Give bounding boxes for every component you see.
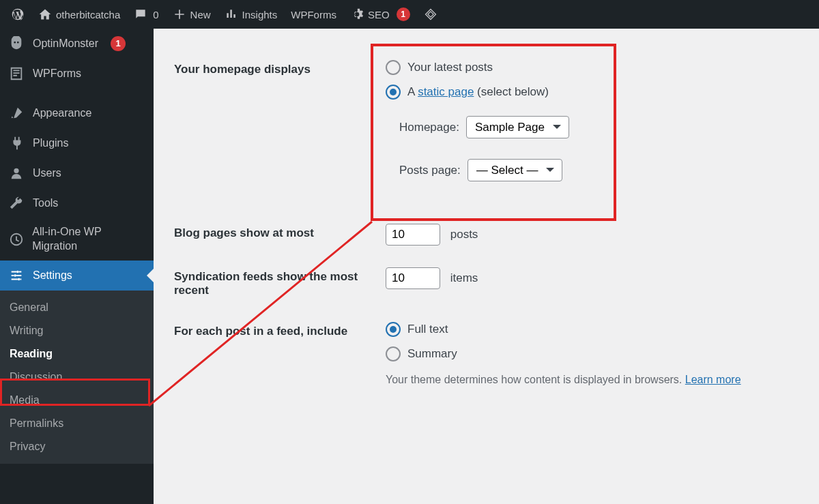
- monster-icon: [8, 35, 25, 52]
- radio-static-page[interactable]: A static page (select below): [386, 85, 796, 100]
- static-page-link[interactable]: static page: [418, 85, 474, 98]
- sidebar-item-plugins[interactable]: Plugins: [0, 128, 154, 158]
- brush-icon: [8, 105, 25, 121]
- radio-full-text[interactable]: Full text: [386, 322, 796, 337]
- comments-link[interactable]: 0: [127, 0, 165, 29]
- sidebar-item-label: Tools: [33, 197, 58, 209]
- gear-icon: [350, 8, 364, 21]
- row-label-blog-pages: Blog pages show at most: [174, 213, 379, 256]
- sub-item-permalinks[interactable]: Permalinks: [0, 412, 154, 435]
- radio-summary[interactable]: Summary: [386, 346, 796, 361]
- admin-bar: otherbitcatcha 0 New Insights WPForms SE…: [0, 0, 819, 29]
- sidebar-item-wpforms[interactable]: WPForms: [0, 59, 154, 89]
- wpforms-label: WPForms: [291, 9, 336, 20]
- svg-point-2: [14, 274, 16, 277]
- syndication-unit: items: [450, 271, 478, 284]
- comment-icon: [134, 8, 147, 21]
- sidebar-item-migration[interactable]: All-in-One WP Migration: [0, 218, 154, 261]
- syndication-input[interactable]: [386, 267, 440, 289]
- comments-count: 0: [153, 9, 158, 20]
- radio-static-suffix: (select below): [474, 85, 549, 98]
- admin-sidebar: OptinMonster 1 WPForms Appearance Plugin…: [0, 29, 154, 504]
- radio-full-text-label: Full text: [407, 323, 448, 336]
- settings-form-table: Your homepage displays Your latest posts…: [174, 49, 803, 397]
- sidebar-item-label: Settings: [33, 269, 72, 282]
- sidebar-item-label: All-in-One WP Migration: [32, 225, 145, 254]
- settings-submenu: General Writing Reading Discussion Media…: [0, 291, 154, 464]
- wrench-icon: [8, 195, 25, 211]
- homepage-select[interactable]: Sample Page: [466, 116, 569, 138]
- bar-chart-icon: [225, 8, 238, 21]
- row-label-homepage-displays: Your homepage displays: [174, 49, 379, 213]
- sidebar-item-appearance[interactable]: Appearance: [0, 98, 154, 128]
- posts-page-select[interactable]: — Select —: [468, 159, 562, 181]
- sliders-icon: [8, 267, 25, 284]
- radio-static-page-input[interactable]: [386, 85, 401, 100]
- wp-logo[interactable]: [4, 0, 31, 29]
- home-icon: [38, 8, 52, 21]
- sidebar-item-optinmonster[interactable]: OptinMonster 1: [0, 29, 154, 59]
- insights-label: Insights: [242, 9, 278, 20]
- row-label-syndication: Syndication feeds show the most recent: [174, 256, 379, 311]
- sidebar-item-label: Users: [33, 167, 61, 179]
- migration-icon: [8, 231, 24, 248]
- sub-item-general[interactable]: General: [0, 296, 154, 319]
- sub-item-reading[interactable]: Reading: [0, 342, 154, 366]
- sidebar-item-label: Appearance: [33, 107, 91, 119]
- learn-more-link[interactable]: Learn more: [685, 374, 741, 385]
- seo-badge: 1: [397, 8, 410, 21]
- wordpress-icon: [11, 8, 25, 21]
- radio-latest-posts-input[interactable]: [386, 60, 401, 75]
- seo-link[interactable]: SEO 1: [343, 0, 417, 29]
- radio-summary-input[interactable]: [386, 346, 401, 361]
- radio-full-text-input[interactable]: [386, 322, 401, 337]
- site-name-link[interactable]: otherbitcatcha: [31, 0, 127, 29]
- sidebar-item-label: Plugins: [33, 137, 68, 149]
- new-label: New: [190, 9, 211, 20]
- radio-latest-posts[interactable]: Your latest posts: [386, 60, 796, 75]
- sub-item-media[interactable]: Media: [0, 389, 154, 412]
- seo-label: SEO: [368, 9, 390, 20]
- blog-pages-unit: posts: [450, 228, 478, 241]
- feed-description: Your theme determines how content is dis…: [386, 374, 796, 386]
- wpforms-link[interactable]: WPForms: [284, 0, 343, 29]
- radio-summary-label: Summary: [407, 347, 457, 361]
- sidebar-item-label: WPForms: [33, 68, 81, 80]
- plug-icon: [8, 135, 25, 151]
- sub-item-privacy[interactable]: Privacy: [0, 435, 154, 458]
- wpforms-icon: [8, 65, 25, 82]
- site-name-text: otherbitcatcha: [56, 9, 120, 20]
- diamond-icon: [424, 8, 437, 21]
- radio-latest-posts-label: Your latest posts: [407, 61, 493, 74]
- insights-link[interactable]: Insights: [218, 0, 285, 29]
- homepage-select-label: Homepage:: [399, 121, 459, 134]
- svg-point-3: [18, 278, 20, 280]
- radio-static-prefix: A: [407, 85, 418, 98]
- posts-page-select-label: Posts page:: [399, 164, 461, 177]
- sub-item-discussion[interactable]: Discussion: [0, 366, 154, 389]
- settings-reading-page: Your homepage displays Your latest posts…: [154, 29, 819, 504]
- sidebar-item-users[interactable]: Users: [0, 158, 154, 188]
- extra-item[interactable]: [417, 0, 444, 29]
- sidebar-item-label: OptinMonster: [33, 38, 98, 50]
- blog-pages-input[interactable]: [386, 224, 440, 246]
- notification-badge: 1: [111, 36, 126, 51]
- row-label-feed-include: For each post in a feed, include: [174, 311, 379, 397]
- plus-icon: [173, 8, 186, 21]
- sidebar-item-settings[interactable]: Settings: [0, 261, 154, 291]
- sub-item-writing[interactable]: Writing: [0, 319, 154, 342]
- sidebar-item-tools[interactable]: Tools: [0, 188, 154, 218]
- svg-point-1: [16, 270, 19, 273]
- user-icon: [8, 165, 25, 181]
- new-content-link[interactable]: New: [166, 0, 218, 29]
